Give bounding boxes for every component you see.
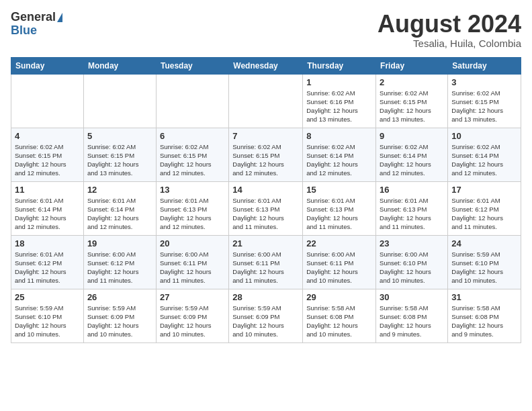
calendar-cell xyxy=(83,74,156,128)
day-info: Sunrise: 6:02 AM Sunset: 6:15 PM Dayligh… xyxy=(160,142,225,178)
day-info: Sunrise: 6:02 AM Sunset: 6:14 PM Dayligh… xyxy=(306,142,372,178)
calendar-cell: 9Sunrise: 6:02 AM Sunset: 6:14 PM Daylig… xyxy=(376,128,448,181)
day-info: Sunrise: 5:58 AM Sunset: 6:08 PM Dayligh… xyxy=(380,304,444,339)
column-header-tuesday: Tuesday xyxy=(156,57,228,74)
day-number: 21 xyxy=(232,238,299,248)
calendar-week-row: 11Sunrise: 6:01 AM Sunset: 6:14 PM Dayli… xyxy=(11,181,521,235)
calendar-cell: 28Sunrise: 5:59 AM Sunset: 6:09 PM Dayli… xyxy=(229,289,303,342)
day-number: 1 xyxy=(306,77,372,87)
column-header-friday: Friday xyxy=(376,57,448,74)
day-info: Sunrise: 6:00 AM Sunset: 6:10 PM Dayligh… xyxy=(380,250,444,285)
day-info: Sunrise: 6:00 AM Sunset: 6:11 PM Dayligh… xyxy=(306,250,372,285)
day-info: Sunrise: 6:02 AM Sunset: 6:15 PM Dayligh… xyxy=(451,89,517,124)
calendar-cell: 8Sunrise: 6:02 AM Sunset: 6:14 PM Daylig… xyxy=(303,128,376,181)
calendar-cell: 1Sunrise: 6:02 AM Sunset: 6:16 PM Daylig… xyxy=(303,74,376,128)
day-info: Sunrise: 6:02 AM Sunset: 6:15 PM Dayligh… xyxy=(87,142,152,178)
day-info: Sunrise: 6:02 AM Sunset: 6:14 PM Dayligh… xyxy=(451,142,517,178)
calendar-cell: 23Sunrise: 6:00 AM Sunset: 6:10 PM Dayli… xyxy=(376,235,448,289)
calendar-cell: 18Sunrise: 6:01 AM Sunset: 6:12 PM Dayli… xyxy=(11,235,84,289)
day-number: 27 xyxy=(160,292,225,302)
day-info: Sunrise: 6:01 AM Sunset: 6:13 PM Dayligh… xyxy=(232,196,299,232)
logo-general-text: General xyxy=(11,11,56,24)
day-info: Sunrise: 6:01 AM Sunset: 6:13 PM Dayligh… xyxy=(380,196,444,232)
logo: General Blue xyxy=(11,11,62,38)
day-number: 18 xyxy=(15,238,80,248)
column-header-thursday: Thursday xyxy=(303,57,376,74)
calendar-cell: 3Sunrise: 6:02 AM Sunset: 6:15 PM Daylig… xyxy=(448,74,521,128)
calendar-cell: 19Sunrise: 6:00 AM Sunset: 6:12 PM Dayli… xyxy=(83,235,156,289)
calendar-cell: 7Sunrise: 6:02 AM Sunset: 6:15 PM Daylig… xyxy=(229,128,303,181)
day-info: Sunrise: 5:59 AM Sunset: 6:09 PM Dayligh… xyxy=(232,304,299,339)
calendar-cell: 4Sunrise: 6:02 AM Sunset: 6:15 PM Daylig… xyxy=(11,128,84,181)
day-number: 19 xyxy=(87,238,152,248)
day-info: Sunrise: 6:01 AM Sunset: 6:14 PM Dayligh… xyxy=(87,196,152,232)
calendar-week-row: 18Sunrise: 6:01 AM Sunset: 6:12 PM Dayli… xyxy=(11,235,521,289)
day-number: 11 xyxy=(15,185,80,195)
calendar-cell: 10Sunrise: 6:02 AM Sunset: 6:14 PM Dayli… xyxy=(448,128,521,181)
logo-blue-text: Blue xyxy=(11,24,37,38)
day-info: Sunrise: 5:58 AM Sunset: 6:08 PM Dayligh… xyxy=(306,304,372,339)
day-info: Sunrise: 6:01 AM Sunset: 6:13 PM Dayligh… xyxy=(160,196,225,232)
day-number: 24 xyxy=(451,238,517,248)
column-header-monday: Monday xyxy=(83,57,156,74)
calendar-cell: 29Sunrise: 5:58 AM Sunset: 6:08 PM Dayli… xyxy=(303,289,376,342)
calendar-cell: 16Sunrise: 6:01 AM Sunset: 6:13 PM Dayli… xyxy=(376,181,448,235)
day-number: 7 xyxy=(232,131,299,141)
day-number: 13 xyxy=(160,185,225,195)
calendar-cell: 12Sunrise: 6:01 AM Sunset: 6:14 PM Dayli… xyxy=(83,181,156,235)
calendar-cell: 24Sunrise: 5:59 AM Sunset: 6:10 PM Dayli… xyxy=(448,235,521,289)
day-number: 3 xyxy=(451,77,517,87)
day-info: Sunrise: 5:58 AM Sunset: 6:08 PM Dayligh… xyxy=(451,304,517,339)
day-number: 2 xyxy=(380,77,444,87)
day-info: Sunrise: 6:02 AM Sunset: 6:14 PM Dayligh… xyxy=(380,142,444,178)
day-number: 20 xyxy=(160,238,225,248)
calendar-cell: 5Sunrise: 6:02 AM Sunset: 6:15 PM Daylig… xyxy=(83,128,156,181)
day-info: Sunrise: 6:00 AM Sunset: 6:11 PM Dayligh… xyxy=(160,250,225,285)
day-info: Sunrise: 5:59 AM Sunset: 6:10 PM Dayligh… xyxy=(451,250,517,285)
day-number: 26 xyxy=(87,292,152,302)
day-info: Sunrise: 5:59 AM Sunset: 6:09 PM Dayligh… xyxy=(87,304,152,339)
calendar-cell: 21Sunrise: 6:00 AM Sunset: 6:11 PM Dayli… xyxy=(229,235,303,289)
title-block: August 2024 Tesalia, Huila, Colombia xyxy=(378,11,521,49)
calendar-cell: 30Sunrise: 5:58 AM Sunset: 6:08 PM Dayli… xyxy=(376,289,448,342)
calendar-week-row: 25Sunrise: 5:59 AM Sunset: 6:10 PM Dayli… xyxy=(11,289,521,342)
calendar-cell xyxy=(11,74,84,128)
day-info: Sunrise: 6:02 AM Sunset: 6:15 PM Dayligh… xyxy=(232,142,299,178)
calendar-cell: 14Sunrise: 6:01 AM Sunset: 6:13 PM Dayli… xyxy=(229,181,303,235)
calendar-title: August 2024 xyxy=(378,11,521,38)
day-number: 12 xyxy=(87,185,152,195)
day-info: Sunrise: 5:59 AM Sunset: 6:09 PM Dayligh… xyxy=(160,304,225,339)
calendar-cell: 17Sunrise: 6:01 AM Sunset: 6:12 PM Dayli… xyxy=(448,181,521,235)
day-info: Sunrise: 6:02 AM Sunset: 6:16 PM Dayligh… xyxy=(306,89,372,124)
calendar-table: SundayMondayTuesdayWednesdayThursdayFrid… xyxy=(11,57,521,343)
logo-icon xyxy=(57,13,62,22)
calendar-cell xyxy=(229,74,303,128)
calendar-week-row: 1Sunrise: 6:02 AM Sunset: 6:16 PM Daylig… xyxy=(11,74,521,128)
calendar-cell: 20Sunrise: 6:00 AM Sunset: 6:11 PM Dayli… xyxy=(156,235,228,289)
day-number: 14 xyxy=(232,185,299,195)
calendar-week-row: 4Sunrise: 6:02 AM Sunset: 6:15 PM Daylig… xyxy=(11,128,521,181)
day-number: 5 xyxy=(87,131,152,141)
day-info: Sunrise: 6:02 AM Sunset: 6:15 PM Dayligh… xyxy=(15,142,80,178)
day-number: 9 xyxy=(380,131,444,141)
day-info: Sunrise: 6:01 AM Sunset: 6:13 PM Dayligh… xyxy=(306,196,372,232)
day-number: 25 xyxy=(15,292,80,302)
calendar-header-row: SundayMondayTuesdayWednesdayThursdayFrid… xyxy=(11,57,521,74)
day-info: Sunrise: 6:01 AM Sunset: 6:14 PM Dayligh… xyxy=(15,196,80,232)
calendar-cell xyxy=(156,74,228,128)
day-info: Sunrise: 6:00 AM Sunset: 6:11 PM Dayligh… xyxy=(232,250,299,285)
day-number: 29 xyxy=(306,292,372,302)
day-info: Sunrise: 6:01 AM Sunset: 6:12 PM Dayligh… xyxy=(451,196,517,232)
calendar-cell: 11Sunrise: 6:01 AM Sunset: 6:14 PM Dayli… xyxy=(11,181,84,235)
day-number: 30 xyxy=(380,292,444,302)
day-number: 6 xyxy=(160,131,225,141)
calendar-cell: 15Sunrise: 6:01 AM Sunset: 6:13 PM Dayli… xyxy=(303,181,376,235)
column-header-wednesday: Wednesday xyxy=(229,57,303,74)
day-number: 8 xyxy=(306,131,372,141)
day-number: 23 xyxy=(380,238,444,248)
column-header-saturday: Saturday xyxy=(448,57,521,74)
day-number: 10 xyxy=(451,131,517,141)
day-number: 16 xyxy=(380,185,444,195)
day-number: 15 xyxy=(306,185,372,195)
page-header: General Blue August 2024 Tesalia, Huila,… xyxy=(11,11,521,49)
